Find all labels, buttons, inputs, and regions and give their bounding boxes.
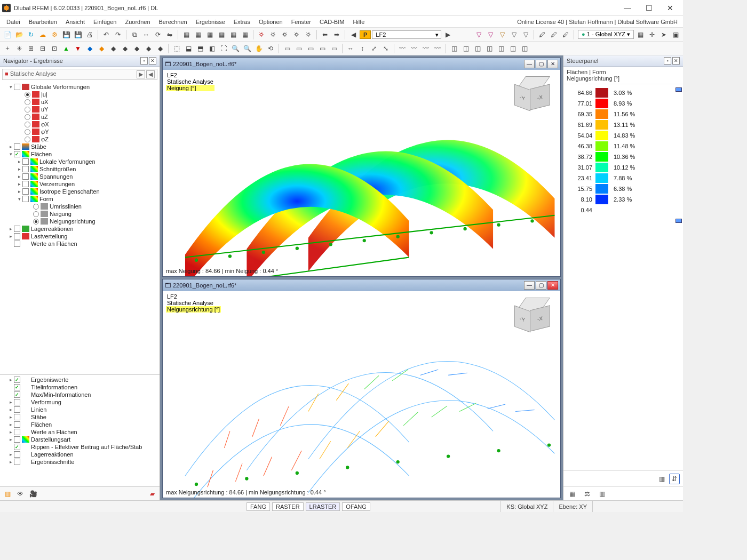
tb-table1-icon[interactable]: ▦: [181, 29, 192, 40]
tb2-m7-icon[interactable]: ◫: [519, 43, 530, 54]
dtree-werte[interactable]: ▸Werte an Flächen: [0, 428, 160, 436]
tb-cursor-icon[interactable]: ➤: [658, 29, 669, 40]
tb-calc4-icon[interactable]: ⛭: [291, 29, 302, 40]
dtree-ergebniswerte[interactable]: ▸Ergebniswerte: [0, 376, 160, 383]
control-panel-title[interactable]: Steuerpanel ▫ ✕: [563, 55, 683, 67]
dtree-staebe[interactable]: ▸Stäbe: [0, 413, 160, 421]
tb2-side-icon[interactable]: ◧: [206, 43, 217, 54]
panel-tab-2-icon[interactable]: ⚖: [582, 489, 592, 499]
tb-nav-right-icon[interactable]: ➡: [331, 29, 342, 40]
tb-support3-icon[interactable]: ▽: [497, 29, 507, 40]
subwin-1-close[interactable]: ✕: [547, 60, 558, 68]
navigator-title[interactable]: Navigator - Ergebnisse ▫ ✕: [0, 55, 160, 67]
tb2-zoomin-icon[interactable]: 🔍: [230, 43, 241, 54]
tb-calc5-icon[interactable]: ⛭: [303, 29, 314, 40]
navtab-cam-icon[interactable]: 🎥: [28, 489, 38, 499]
tb2-2-icon[interactable]: ☀: [14, 43, 25, 54]
coord-select[interactable]: ● 1 - Global XYZ ▾: [578, 30, 634, 39]
tb2-m6-icon[interactable]: ◫: [507, 43, 518, 54]
status-fang[interactable]: FANG: [247, 502, 270, 511]
tb2-sel3-icon[interactable]: ▭: [305, 43, 316, 54]
tb2-zoomout-icon[interactable]: 🔍: [242, 43, 252, 54]
tree-schnitt[interactable]: ▸Schnittgrößen: [0, 165, 160, 173]
tb-grid-icon[interactable]: ▦: [635, 29, 646, 40]
tb-paint2-icon[interactable]: 🖊: [549, 29, 559, 40]
tb2-5-icon[interactable]: ⊡: [49, 43, 60, 54]
control-panel-pin-button[interactable]: ▫: [664, 57, 671, 65]
tb-mirror-icon[interactable]: ⇋: [164, 29, 175, 40]
menu-ergebnisse[interactable]: Ergebnisse: [192, 18, 229, 26]
tb2-m3-icon[interactable]: ◫: [472, 43, 483, 54]
tree-globale-verformungen[interactable]: ▾Globale Verformungen: [0, 83, 160, 91]
panel-btn-2-icon[interactable]: ⇵: [669, 474, 680, 484]
tb-table6-icon[interactable]: ▦: [240, 29, 250, 40]
legend-slider-bottom[interactable]: [676, 219, 682, 223]
tb2-orbit-icon[interactable]: ⟲: [265, 43, 276, 54]
tb2-sel5-icon[interactable]: ▭: [329, 43, 339, 54]
panel-tab-1-icon[interactable]: ▦: [567, 489, 577, 499]
tb-calc1-icon[interactable]: ⛭: [256, 29, 267, 40]
menu-zuordnen[interactable]: Zuordnen: [121, 18, 154, 26]
control-panel-close-button[interactable]: ✕: [672, 57, 680, 65]
tree-uz[interactable]: uZ: [0, 113, 160, 121]
tb2-sel4-icon[interactable]: ▭: [317, 43, 328, 54]
tb-support5-icon[interactable]: ▽: [520, 29, 531, 40]
viewport-1[interactable]: LF2 Statische Analyse Neigung [°] -Y-X m…: [163, 70, 560, 276]
tb2-m5-icon[interactable]: ◫: [496, 43, 506, 54]
tb-redo-icon[interactable]: ↷: [113, 29, 123, 40]
navigator-analysis-select[interactable]: ■ Statische Analyse ◀▶: [2, 69, 157, 80]
tb-save-icon[interactable]: 💾: [61, 29, 71, 40]
tb-cloud-icon[interactable]: ☁: [37, 29, 48, 40]
tb2-fit-icon[interactable]: ⛶: [218, 43, 229, 54]
tb2-12-icon[interactable]: ◆: [131, 43, 142, 54]
tb-lf-prev-icon[interactable]: ◀: [348, 29, 359, 40]
tb2-dim4-icon[interactable]: ⤡: [380, 43, 391, 54]
tree-flaechen[interactable]: ▾Flächen: [0, 150, 160, 158]
tb-paint1-icon[interactable]: 🖊: [537, 29, 547, 40]
tree-u[interactable]: |u|: [0, 91, 160, 98]
dtree-titel[interactable]: Titelinformationen: [0, 383, 160, 391]
menu-cad-bim[interactable]: CAD-BIM: [315, 18, 348, 26]
dtree-verformung[interactable]: ▸Verformung: [0, 398, 160, 406]
subwin-1-titlebar[interactable]: 🗔 220901_Bogen_noL.rf6* — ▢ ✕: [163, 58, 560, 70]
tb2-res1-icon[interactable]: 〰: [397, 43, 408, 54]
tb2-3-icon[interactable]: ⊞: [26, 43, 36, 54]
tb2-7-icon[interactable]: ▼: [73, 43, 83, 54]
tb-calc2-icon[interactable]: ⛭: [268, 29, 279, 40]
tb-gear-icon[interactable]: ⚙: [49, 29, 60, 40]
tb2-1-icon[interactable]: ＋: [2, 43, 13, 54]
window-maximize-button[interactable]: ☐: [638, 1, 659, 15]
tb-table3-icon[interactable]: ▦: [204, 29, 215, 40]
tb-table5-icon[interactable]: ▦: [228, 29, 239, 40]
tree-form[interactable]: ▾Form: [0, 195, 160, 203]
tb2-m4-icon[interactable]: ◫: [484, 43, 495, 54]
tree-umriss[interactable]: Umrisslinien: [0, 203, 160, 210]
tb-print-icon[interactable]: 🖨: [84, 29, 95, 40]
tb2-res4-icon[interactable]: 〰: [432, 43, 443, 54]
tree-phiy[interactable]: φY: [0, 128, 160, 135]
legend-slider-top[interactable]: [676, 87, 682, 92]
tree-verzerrungen[interactable]: ▸Verzerrungen: [0, 180, 160, 188]
subwin-2-max[interactable]: ▢: [536, 281, 546, 290]
tb-paint3-icon[interactable]: 🖊: [560, 29, 571, 40]
tb2-sel1-icon[interactable]: ▭: [282, 43, 292, 54]
menu-datei[interactable]: Datei: [2, 18, 25, 26]
tb2-10-icon[interactable]: ◆: [108, 43, 118, 54]
menu-bearbeiten[interactable]: Bearbeiten: [25, 18, 61, 26]
subwin-2-titlebar[interactable]: 🗔 220901_Bogen_noL.rf6* — ▢ ✕: [163, 279, 560, 291]
tb-support1-icon[interactable]: ▽: [473, 29, 484, 40]
tb-cube-icon[interactable]: ▣: [670, 29, 681, 40]
status-raster[interactable]: RASTER: [272, 502, 304, 511]
window-minimize-button[interactable]: —: [617, 1, 638, 15]
tb-copy-icon[interactable]: ⧉: [129, 29, 140, 40]
lf-select[interactable]: LF2▾: [372, 30, 441, 39]
tb2-m2-icon[interactable]: ◫: [460, 43, 471, 54]
subwin-1-min[interactable]: —: [524, 60, 535, 68]
tree-staebe[interactable]: ▸Stäbe: [0, 143, 160, 150]
tb2-front-icon[interactable]: ⬒: [195, 43, 205, 54]
tb-nav-left-icon[interactable]: ⬅: [320, 29, 330, 40]
tree-ux[interactable]: uX: [0, 98, 160, 106]
tb2-res2-icon[interactable]: 〰: [409, 43, 419, 54]
tree-uy[interactable]: uY: [0, 106, 160, 113]
tb2-dim1-icon[interactable]: ↔: [345, 43, 356, 54]
